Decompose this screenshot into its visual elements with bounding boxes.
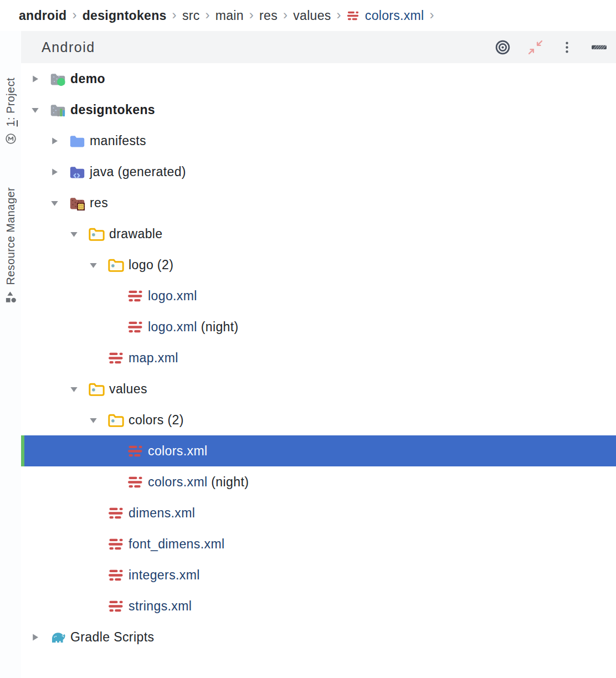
breadcrumb-item-android[interactable]: android <box>19 8 66 23</box>
tree-row-colors-2[interactable]: colors (2) <box>21 404 616 435</box>
tree-row-map-xml[interactable]: map.xml <box>21 342 616 373</box>
folder-resource-icon <box>108 257 124 273</box>
arrow-collapsed-icon[interactable] <box>48 166 60 178</box>
arrow-spacer <box>87 507 99 519</box>
collapse-all-icon[interactable] <box>528 40 543 55</box>
tree-item-name: font_dimens.xml <box>129 537 224 551</box>
tree-item-name: demo <box>70 71 105 86</box>
breadcrumb-item-res[interactable]: res <box>259 8 278 23</box>
tree-row-demo[interactable]: demo <box>21 63 616 94</box>
xml-file-icon <box>127 474 143 490</box>
arrow-expanded-icon[interactable] <box>29 104 41 116</box>
arrow-spacer <box>106 445 119 457</box>
breadcrumb-item-values[interactable]: values <box>293 8 331 23</box>
arrow-collapsed-icon[interactable] <box>29 73 41 85</box>
tree-row-java-generated[interactable]: java (generated) <box>21 156 616 187</box>
xml-file-icon <box>127 319 143 335</box>
tree-item-label: logo.xml (night) <box>148 320 239 335</box>
arrow-spacer <box>106 476 119 488</box>
view-selector-dropdown[interactable]: Android <box>34 39 102 55</box>
breadcrumb-separator-icon: › <box>172 7 177 23</box>
hide-panel-icon[interactable] <box>591 44 607 50</box>
project-panel: Android demodesigntokensmanifestsjava (g… <box>21 31 616 678</box>
view-selector-label: Android <box>42 39 95 55</box>
tree-item-name: drawable <box>109 227 163 241</box>
tree-item-label: dimens.xml <box>129 506 195 521</box>
breadcrumb-item-designtokens[interactable]: designtokens <box>83 8 167 23</box>
arrow-expanded-icon[interactable] <box>68 228 80 240</box>
tree-item-label: colors (2) <box>129 413 184 428</box>
arrow-expanded-icon[interactable] <box>87 414 99 426</box>
tree-item-name: java (generated) <box>90 165 186 179</box>
breadcrumb-separator-icon: › <box>205 7 209 23</box>
android-studio-project-tool-window: android›designtokens›src›main›res›values… <box>0 0 616 678</box>
tree-row-res[interactable]: res <box>21 187 616 218</box>
arrow-collapsed-icon[interactable] <box>48 135 60 147</box>
arrow-expanded-icon[interactable] <box>48 197 60 209</box>
tree-row-logo-xml-night[interactable]: logo.xml (night) <box>21 311 616 342</box>
more-options-icon[interactable] <box>560 40 574 54</box>
project-tab-label-rest: : Project <box>4 78 17 120</box>
tree-item-label: res <box>90 196 108 210</box>
arrow-expanded-icon[interactable] <box>87 259 99 271</box>
header-actions <box>495 39 607 55</box>
resource-manager-tab-label: Resource Manager <box>4 187 17 285</box>
breadcrumb-item-main[interactable]: main <box>215 8 244 23</box>
tree-row-colors-xml[interactable]: colors.xml <box>21 435 616 466</box>
tree-item-name: colors (2) <box>129 413 184 427</box>
tree-item-name: strings.xml <box>129 599 192 613</box>
locate-file-icon[interactable] <box>495 39 511 55</box>
tree-item-label: demo <box>70 71 105 86</box>
tree-row-drawable[interactable]: drawable <box>21 218 616 249</box>
tree-row-designtokens[interactable]: designtokens <box>21 94 616 125</box>
tool-window-header: Android <box>21 31 616 63</box>
tool-window-stripe: 1: Project Resource Manager <box>0 31 21 678</box>
gradle-icon <box>50 629 66 645</box>
tree-row-logo-2[interactable]: logo (2) <box>21 249 616 280</box>
tree-item-name: map.xml <box>129 351 178 365</box>
tree-row-integers-xml[interactable]: integers.xml <box>21 559 616 590</box>
tree-item-qualifier: (night) <box>197 320 239 334</box>
tool-window-body: 1: Project Resource Manager Android <box>0 31 616 678</box>
xml-file-icon <box>108 350 124 366</box>
tree-item-label: Gradle Scripts <box>70 630 154 645</box>
tree-row-font-dimens-xml[interactable]: font_dimens.xml <box>21 528 616 559</box>
folder-blue-icon <box>69 133 85 149</box>
tree-item-name: logo (2) <box>129 258 173 272</box>
folder-java-icon <box>69 164 85 180</box>
xml-file-icon <box>347 9 360 22</box>
tree-item-label: manifests <box>90 133 146 148</box>
breadcrumb-separator-icon: › <box>283 7 288 23</box>
breadcrumb: android›designtokens›src›main›res›values… <box>0 0 616 31</box>
tree-row-strings-xml[interactable]: strings.xml <box>21 590 616 622</box>
breadcrumb-item-src[interactable]: src <box>182 8 200 23</box>
tree-item-name: manifests <box>90 133 146 148</box>
sidebar-item-resource-manager[interactable]: Resource Manager <box>0 187 21 306</box>
breadcrumb-separator-icon: › <box>337 7 341 23</box>
tree-item-label: colors.xml (night) <box>148 475 249 490</box>
xml-file-icon <box>127 288 143 304</box>
arrow-collapsed-icon[interactable] <box>29 631 41 643</box>
folder-res-icon <box>69 195 85 211</box>
tree-row-values[interactable]: values <box>21 373 616 404</box>
folder-resource-icon <box>108 412 124 428</box>
tree-item-label: values <box>109 382 147 397</box>
breadcrumb-separator-icon: › <box>72 7 76 23</box>
arrow-expanded-icon[interactable] <box>68 383 80 395</box>
tree-item-label: drawable <box>109 227 163 242</box>
project-tab-mnemonic: 1 <box>4 120 17 127</box>
tree-row-colors-xml-night[interactable]: colors.xml (night) <box>21 466 616 497</box>
tree-item-name: logo.xml <box>148 289 197 303</box>
breadcrumb-item-colors-xml[interactable]: colors.xml <box>365 8 424 23</box>
arrow-spacer <box>87 538 99 550</box>
tree-row-manifests[interactable]: manifests <box>21 125 616 156</box>
arrow-spacer <box>106 290 119 302</box>
tree-item-label: integers.xml <box>129 568 200 583</box>
xml-file-icon <box>108 567 124 583</box>
tree-item-qualifier: (night) <box>208 475 249 489</box>
tree-row-logo-xml[interactable]: logo.xml <box>21 280 616 311</box>
tree-row-dimens-xml[interactable]: dimens.xml <box>21 497 616 528</box>
tree-item-name: values <box>109 382 147 396</box>
tree-row-gradle-scripts[interactable]: Gradle Scripts <box>21 622 616 653</box>
sidebar-item-project[interactable]: 1: Project <box>0 78 21 148</box>
